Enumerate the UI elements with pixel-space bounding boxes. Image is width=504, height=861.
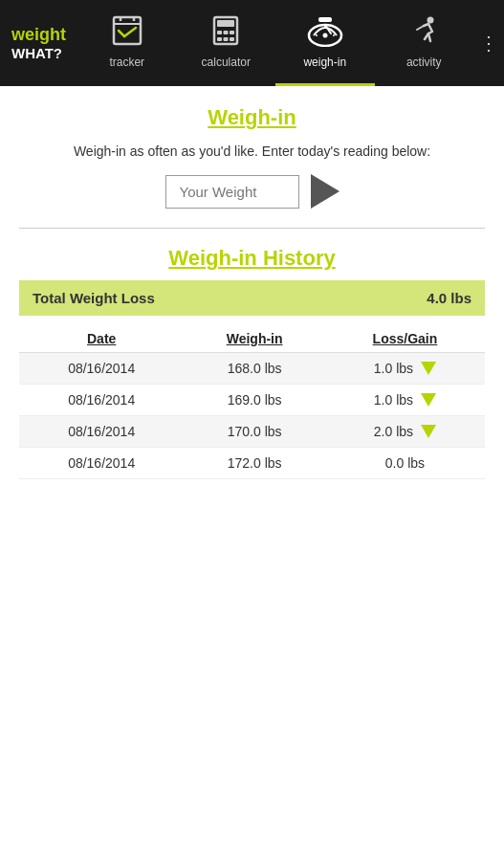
cell-loss: 0.0 lbs [325, 448, 485, 479]
table-header: Date Weigh-in Loss/Gain [19, 325, 485, 353]
total-value: 4.0 lbs [427, 290, 471, 306]
page-subtitle: Weigh-in as often as you'd like. Enter t… [19, 144, 485, 159]
calculator-icon [209, 14, 242, 52]
total-label: Total Weight Loss [33, 290, 155, 306]
weighin-icon [306, 14, 344, 52]
svg-point-16 [322, 33, 327, 38]
cell-weight: 169.0 lbs [184, 385, 325, 416]
tracker-icon [111, 14, 143, 52]
loss-value: 1.0 lbs [374, 361, 413, 376]
table-row: 08/16/2014169.0 lbs1.0 lbs [19, 385, 485, 416]
svg-rect-20 [318, 17, 332, 22]
table-header-row: Date Weigh-in Loss/Gain [19, 325, 485, 353]
tab-weigh-in[interactable]: weigh-in [275, 0, 375, 86]
svg-rect-9 [224, 31, 229, 34]
history-title: Weigh-in History [19, 246, 485, 271]
more-menu-button[interactable]: ⋮ [473, 0, 504, 86]
brand-weight: weight [11, 25, 66, 45]
cell-date: 08/16/2014 [19, 385, 184, 416]
cell-weight: 170.0 lbs [184, 416, 325, 448]
weight-input-row [19, 174, 485, 209]
tab-calculator-label: calculator [202, 55, 251, 69]
tab-activity-label: activity [406, 55, 442, 69]
submit-weight-button[interactable] [311, 174, 340, 209]
cell-loss: 2.0 lbs [325, 416, 485, 448]
header: weight WHAT? tracker [0, 0, 504, 86]
svg-rect-10 [230, 31, 234, 34]
loss-value: 2.0 lbs [374, 424, 413, 439]
brand: weight WHAT? [0, 0, 77, 86]
svg-rect-7 [217, 20, 234, 27]
cell-weight: 172.0 lbs [184, 448, 325, 479]
svg-rect-12 [224, 37, 229, 41]
main-content: Weigh-in Weigh-in as often as you'd like… [0, 86, 504, 479]
arrow-right-icon [311, 174, 340, 209]
svg-line-4 [119, 31, 124, 36]
table-row: 08/16/2014170.0 lbs2.0 lbs [19, 416, 485, 448]
cell-loss: 1.0 lbs [325, 385, 485, 416]
svg-rect-13 [230, 37, 234, 41]
cell-loss: 1.0 lbs [325, 353, 485, 385]
page-title: Weigh-in [19, 105, 485, 130]
cell-date: 08/16/2014 [19, 448, 184, 479]
cell-date: 08/16/2014 [19, 416, 184, 448]
tab-tracker[interactable]: tracker [77, 0, 177, 86]
col-weighin: Weigh-in [184, 325, 325, 353]
history-table: Date Weigh-in Loss/Gain 08/16/2014168.0 … [19, 325, 485, 479]
svg-rect-8 [217, 31, 222, 34]
more-icon: ⋮ [479, 32, 498, 55]
brand-what: WHAT? [11, 45, 66, 61]
tab-tracker-label: tracker [109, 55, 144, 69]
cell-date: 08/16/2014 [19, 353, 184, 385]
svg-line-5 [124, 28, 136, 36]
cell-weight: 168.0 lbs [184, 353, 325, 385]
total-weight-loss-row: Total Weight Loss 4.0 lbs [19, 280, 485, 316]
svg-point-21 [427, 17, 434, 24]
tab-activity[interactable]: activity [375, 0, 474, 86]
loss-value: 1.0 lbs [374, 392, 413, 408]
activity-icon [407, 14, 440, 52]
table-body: 08/16/2014168.0 lbs1.0 lbs08/16/2014169.… [19, 353, 485, 479]
tab-calculator[interactable]: calculator [177, 0, 276, 86]
weight-input[interactable] [165, 175, 299, 209]
table-row: 08/16/2014168.0 lbs1.0 lbs [19, 353, 485, 385]
table-row: 08/16/2014172.0 lbs0.0 lbs [19, 448, 485, 479]
col-date: Date [19, 325, 184, 353]
down-arrow-icon [421, 425, 436, 438]
svg-rect-11 [217, 37, 222, 41]
loss-value: 0.0 lbs [385, 455, 425, 471]
down-arrow-icon [421, 393, 436, 407]
tab-weighin-label: weigh-in [303, 55, 346, 69]
col-lossgain: Loss/Gain [325, 325, 485, 353]
nav-tabs: tracker calculator [77, 0, 473, 86]
down-arrow-icon [421, 362, 436, 375]
section-divider [19, 228, 485, 229]
